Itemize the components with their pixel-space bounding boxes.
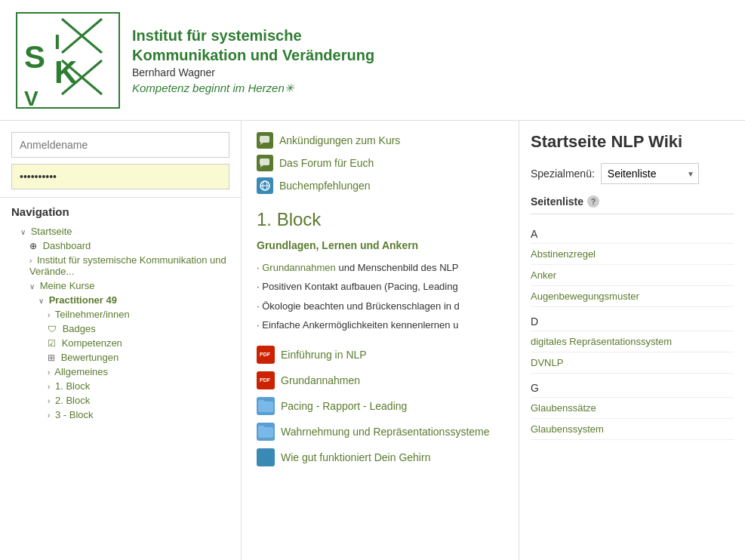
nav-item-kompetenzen[interactable]: ☑ Kompetenzen [11, 336, 229, 350]
nav-link-startseite[interactable]: Startseite [31, 226, 72, 237]
header-text: Institut für systemische Kommunikation u… [132, 26, 374, 95]
wiki-link-dvnlp[interactable]: DVNLP [531, 352, 734, 374]
svg-rect-11 [260, 158, 269, 165]
arrow-icon: › [48, 383, 50, 391]
block-title: 1. Block [257, 209, 503, 230]
forum-link-text: Buchempfehlungen [279, 180, 371, 192]
wahrnehmung-link[interactable]: Wahrnehmung und Repräsentationssysteme [281, 426, 490, 438]
resource-link: Pacing - Rapport - Leading [281, 400, 407, 412]
alpha-letter-g: G [531, 377, 734, 398]
right-panel: Startseite NLP Wiki Spezialmenü: Seitenl… [519, 121, 745, 560]
folder-file-icon [257, 423, 275, 441]
help-icon[interactable]: ? [587, 195, 599, 208]
nav-item-block3[interactable]: › 3 - Block [11, 408, 229, 422]
wiki-link-glaubenssystem[interactable]: Glaubenssystem [531, 419, 734, 440]
grundannahmen-link[interactable]: Grundannahmen [262, 262, 336, 273]
nav-link-bewertungen[interactable]: Bewertungen [61, 352, 119, 363]
nav-link-meine-kurse[interactable]: Meine Kurse [40, 280, 95, 291]
globe-icon [258, 450, 273, 465]
grid-icon: ⊞ [48, 352, 55, 363]
header-title-line2-text: Kommunikation und Veränderung [132, 47, 374, 63]
arrow-icon: › [29, 257, 32, 265]
globe-icon [257, 177, 273, 194]
nav-link-dashboard[interactable]: Dashboard [43, 240, 91, 251]
buchempfehlungen-link[interactable]: Buchempfehlungen [279, 180, 371, 192]
forum-link-item: Das Forum für Euch [257, 155, 503, 171]
resource-item: PDF Einführung in NLP [257, 346, 503, 364]
header-title-line1: Institut für systemische Kommunikation u… [132, 26, 374, 65]
svg-text:PDF: PDF [260, 352, 271, 357]
folder-file-icon [257, 397, 275, 415]
nav-link-badges[interactable]: Badges [63, 323, 96, 334]
arrow-icon: › [48, 311, 50, 319]
header-subtitle: Bernhard Wagner [132, 66, 374, 78]
logo-area: S I K V Institut für systemische Kommuni… [15, 11, 374, 109]
spezial-select[interactable]: Seitenliste [601, 163, 699, 184]
nav-link-allgemeines[interactable]: Allgemeines [54, 366, 108, 377]
username-input[interactable] [11, 132, 229, 158]
password-input[interactable] [11, 164, 229, 189]
svg-marker-10 [260, 143, 263, 145]
nav-link-block3[interactable]: 3 - Block [55, 409, 94, 420]
arrow-icon: › [48, 411, 50, 420]
nav-link-practitioner[interactable]: Practitioner 49 [49, 294, 117, 306]
resource-item: Wahrnehmung und Repräsentationssysteme [257, 423, 503, 441]
pdf-file-icon: PDF [257, 346, 275, 364]
spezial-label: Spezialmenü: [531, 168, 595, 180]
pacing-link[interactable]: Pacing - Rapport - Leading [281, 400, 407, 412]
subtitle-plain: Grundlagen, Lernen und [257, 239, 382, 251]
wiki-link-digitales[interactable]: digitales Repräsentationssystem [531, 331, 734, 352]
block-bullets: · Grundannahmen und Menschenbild des NLP… [257, 259, 503, 334]
pdf-file-icon: PDF [257, 371, 275, 389]
nav-link-block1[interactable]: 1. Block [55, 380, 90, 392]
nav-item-teilnehmer[interactable]: › Teilnehmer/innen [11, 307, 229, 322]
wiki-link-augenbewegungsmuster[interactable]: Augenbewegungsmuster [531, 286, 734, 307]
svg-rect-9 [260, 136, 269, 143]
resource-link: Einführung in NLP [281, 349, 367, 361]
wiki-link-abstinenzregel[interactable]: Abstinenzregel [531, 244, 734, 265]
nav-item-bewertungen[interactable]: ⊞ Bewertungen [11, 350, 229, 365]
nav-link-teilnehmer[interactable]: Teilnehmer/innen [55, 309, 130, 320]
svg-text:S: S [24, 39, 45, 75]
navigation: Navigation ∨ Startseite ⊕ Dashboard › In… [0, 198, 241, 429]
forum-icon [257, 132, 273, 149]
das-forum-link[interactable]: Das Forum für Euch [279, 157, 374, 169]
forum-link-text: Das Forum für Euch [279, 157, 374, 169]
arrow-icon: › [48, 368, 50, 377]
nav-item-block1[interactable]: › 1. Block [11, 379, 229, 393]
nav-link-block2[interactable]: 2. Block [55, 395, 90, 406]
dashboard-icon: ⊕ [29, 241, 37, 251]
nav-item-dashboard[interactable]: ⊕ Dashboard [11, 238, 229, 253]
grundannahmen-res-link[interactable]: Grundannahmen [281, 374, 360, 386]
ankuendigungen-link[interactable]: Ankündigungen zum Kurs [279, 134, 400, 146]
bullet-3: · Ökologie beachten und Brückenschlagen … [257, 297, 503, 315]
svg-text:V: V [24, 87, 38, 109]
einfuehrung-link[interactable]: Einführung in NLP [281, 349, 367, 361]
gehirn-link[interactable]: Wie gut funktioniert Dein Gehirn [281, 451, 430, 463]
resource-item: Wie gut funktioniert Dein Gehirn [257, 448, 503, 466]
wiki-link-anker[interactable]: Anker [531, 265, 734, 286]
subtitle-link[interactable]: Ankern [382, 239, 418, 251]
nav-item-allgemeines[interactable]: › Allgemeines [11, 365, 229, 379]
nav-item-practitioner[interactable]: ∨ Practitioner 49 [11, 293, 229, 307]
nav-item-badges[interactable]: 🛡 Badges [11, 322, 229, 336]
forum-link-text: Ankündigungen zum Kurs [279, 134, 400, 146]
arrow-icon: › [48, 397, 50, 405]
resource-item: PDF Grundannahmen [257, 371, 503, 389]
nav-item-institut[interactable]: › Institut für systemische Kommunikation… [11, 253, 229, 278]
nav-item-startseite[interactable]: ∨ Startseite [11, 224, 229, 238]
nav-link-institut[interactable]: Institut für systemische Kommunikation u… [29, 254, 226, 277]
resource-link: Wie gut funktioniert Dein Gehirn [281, 451, 430, 463]
nav-item-block2[interactable]: › 2. Block [11, 393, 229, 408]
svg-text:PDF: PDF [260, 377, 271, 383]
nav-link-kompetenzen[interactable]: Kompetenzen [62, 337, 122, 349]
alpha-letter-a: A [531, 223, 734, 244]
login-area [0, 121, 241, 198]
wiki-section-g: G Glaubenssätze Glaubenssystem [531, 377, 734, 440]
seitenliste-header: Seitenliste ? [531, 195, 734, 214]
bullet-2: · Positiven Kontakt aufbauen (Pacing, Le… [257, 278, 503, 295]
nav-item-meine-kurse[interactable]: ∨ Meine Kurse [11, 278, 229, 293]
wiki-link-glaubenssaetze[interactable]: Glaubenssätze [531, 398, 734, 419]
spezial-row: Spezialmenü: Seitenliste [531, 163, 734, 184]
arrow-icon: ∨ [20, 228, 26, 236]
